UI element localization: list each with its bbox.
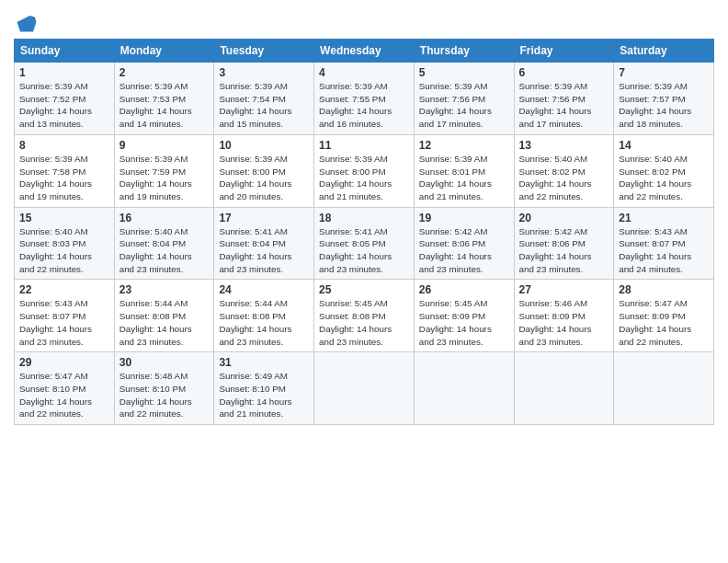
calendar-cell: 27Sunrise: 5:46 AM Sunset: 8:09 PM Dayli… <box>514 280 614 352</box>
day-detail: Sunrise: 5:47 AM Sunset: 8:10 PM Dayligh… <box>19 370 109 420</box>
day-number: 4 <box>319 66 409 79</box>
day-number: 18 <box>319 212 409 224</box>
day-number: 17 <box>219 212 309 224</box>
calendar-cell: 8Sunrise: 5:39 AM Sunset: 7:58 PM Daylig… <box>15 134 115 207</box>
calendar-cell: 7Sunrise: 5:39 AM Sunset: 7:57 PM Daylig… <box>614 63 714 135</box>
day-detail: Sunrise: 5:39 AM Sunset: 7:52 PM Dayligh… <box>19 80 109 131</box>
day-detail: Sunrise: 5:49 AM Sunset: 8:10 PM Dayligh… <box>219 370 309 420</box>
day-number: 29 <box>19 356 109 369</box>
calendar-cell: 30Sunrise: 5:48 AM Sunset: 8:10 PM Dayli… <box>114 352 214 425</box>
column-header-tuesday: Tuesday <box>214 40 314 63</box>
day-detail: Sunrise: 5:42 AM Sunset: 8:06 PM Dayligh… <box>519 225 609 276</box>
day-number: 1 <box>19 66 109 79</box>
day-detail: Sunrise: 5:39 AM Sunset: 7:53 PM Dayligh… <box>119 80 210 131</box>
calendar-cell <box>414 352 514 425</box>
day-detail: Sunrise: 5:40 AM Sunset: 8:03 PM Dayligh… <box>19 225 109 276</box>
day-detail: Sunrise: 5:46 AM Sunset: 8:09 PM Dayligh… <box>519 297 609 348</box>
day-detail: Sunrise: 5:39 AM Sunset: 8:00 PM Dayligh… <box>319 153 409 203</box>
calendar-cell <box>614 352 714 425</box>
calendar-cell: 16Sunrise: 5:40 AM Sunset: 8:04 PM Dayli… <box>114 207 214 280</box>
day-number: 3 <box>219 66 309 79</box>
calendar-cell: 31Sunrise: 5:49 AM Sunset: 8:10 PM Dayli… <box>214 352 314 425</box>
day-number: 2 <box>119 66 210 79</box>
calendar-cell: 4Sunrise: 5:39 AM Sunset: 7:55 PM Daylig… <box>314 63 415 135</box>
day-detail: Sunrise: 5:43 AM Sunset: 8:07 PM Dayligh… <box>619 225 709 276</box>
day-number: 24 <box>219 283 309 296</box>
day-number: 8 <box>19 139 109 152</box>
day-number: 31 <box>219 356 309 369</box>
day-detail: Sunrise: 5:40 AM Sunset: 8:04 PM Dayligh… <box>119 225 210 276</box>
day-number: 13 <box>519 139 609 152</box>
calendar-cell: 28Sunrise: 5:47 AM Sunset: 8:09 PM Dayli… <box>614 280 714 352</box>
day-number: 26 <box>419 283 509 296</box>
calendar-table: SundayMondayTuesdayWednesdayThursdayFrid… <box>14 39 714 425</box>
day-detail: Sunrise: 5:45 AM Sunset: 8:08 PM Dayligh… <box>319 297 409 348</box>
day-detail: Sunrise: 5:39 AM Sunset: 8:00 PM Dayligh… <box>219 153 309 203</box>
day-number: 21 <box>619 212 709 224</box>
calendar-cell <box>514 352 614 425</box>
column-header-friday: Friday <box>514 40 614 63</box>
column-header-wednesday: Wednesday <box>314 40 415 63</box>
day-number: 14 <box>619 139 709 152</box>
column-header-monday: Monday <box>114 40 214 63</box>
day-detail: Sunrise: 5:48 AM Sunset: 8:10 PM Dayligh… <box>119 370 210 420</box>
calendar-cell: 3Sunrise: 5:39 AM Sunset: 7:54 PM Daylig… <box>214 63 314 135</box>
calendar-cell: 6Sunrise: 5:39 AM Sunset: 7:56 PM Daylig… <box>514 63 614 135</box>
day-number: 25 <box>319 283 409 296</box>
calendar-cell <box>314 352 415 425</box>
day-detail: Sunrise: 5:39 AM Sunset: 7:59 PM Dayligh… <box>119 153 210 203</box>
calendar-cell: 17Sunrise: 5:41 AM Sunset: 8:04 PM Dayli… <box>214 207 314 280</box>
calendar-cell: 12Sunrise: 5:39 AM Sunset: 8:01 PM Dayli… <box>414 134 514 207</box>
calendar-cell: 9Sunrise: 5:39 AM Sunset: 7:59 PM Daylig… <box>114 134 214 207</box>
day-number: 20 <box>519 212 609 224</box>
calendar-cell: 19Sunrise: 5:42 AM Sunset: 8:06 PM Dayli… <box>414 207 514 280</box>
column-header-sunday: Sunday <box>15 40 115 63</box>
day-number: 7 <box>619 66 709 79</box>
day-number: 23 <box>119 283 210 296</box>
calendar-cell: 10Sunrise: 5:39 AM Sunset: 8:00 PM Dayli… <box>214 134 314 207</box>
day-detail: Sunrise: 5:43 AM Sunset: 8:07 PM Dayligh… <box>19 297 109 348</box>
day-detail: Sunrise: 5:41 AM Sunset: 8:05 PM Dayligh… <box>319 225 409 276</box>
day-detail: Sunrise: 5:40 AM Sunset: 8:02 PM Dayligh… <box>519 153 609 203</box>
calendar-cell: 20Sunrise: 5:42 AM Sunset: 8:06 PM Dayli… <box>514 207 614 280</box>
calendar-cell: 14Sunrise: 5:40 AM Sunset: 8:02 PM Dayli… <box>614 134 714 207</box>
day-number: 15 <box>19 212 109 224</box>
day-number: 27 <box>519 283 609 296</box>
day-detail: Sunrise: 5:39 AM Sunset: 7:54 PM Dayligh… <box>219 80 309 131</box>
day-number: 19 <box>419 212 509 224</box>
day-detail: Sunrise: 5:39 AM Sunset: 8:01 PM Dayligh… <box>419 153 509 203</box>
day-detail: Sunrise: 5:39 AM Sunset: 7:56 PM Dayligh… <box>419 80 509 131</box>
calendar-cell: 24Sunrise: 5:44 AM Sunset: 8:08 PM Dayli… <box>214 280 314 352</box>
day-number: 10 <box>219 139 309 152</box>
day-number: 16 <box>119 212 210 224</box>
calendar-cell: 5Sunrise: 5:39 AM Sunset: 7:56 PM Daylig… <box>414 63 514 135</box>
column-header-thursday: Thursday <box>414 40 514 63</box>
calendar-cell: 23Sunrise: 5:44 AM Sunset: 8:08 PM Dayli… <box>114 280 214 352</box>
calendar-cell: 22Sunrise: 5:43 AM Sunset: 8:07 PM Dayli… <box>15 280 115 352</box>
logo <box>14 9 43 35</box>
calendar-cell: 11Sunrise: 5:39 AM Sunset: 8:00 PM Dayli… <box>314 134 415 207</box>
day-detail: Sunrise: 5:39 AM Sunset: 7:57 PM Dayligh… <box>619 80 709 131</box>
day-number: 12 <box>419 139 509 152</box>
day-number: 30 <box>119 356 210 369</box>
calendar-cell: 18Sunrise: 5:41 AM Sunset: 8:05 PM Dayli… <box>314 207 415 280</box>
day-number: 6 <box>519 66 609 79</box>
calendar-cell: 29Sunrise: 5:47 AM Sunset: 8:10 PM Dayli… <box>15 352 115 425</box>
logo-icon <box>14 9 40 35</box>
calendar-cell: 13Sunrise: 5:40 AM Sunset: 8:02 PM Dayli… <box>514 134 614 207</box>
day-number: 11 <box>319 139 409 152</box>
day-detail: Sunrise: 5:39 AM Sunset: 7:55 PM Dayligh… <box>319 80 409 131</box>
calendar-cell: 15Sunrise: 5:40 AM Sunset: 8:03 PM Dayli… <box>15 207 115 280</box>
day-detail: Sunrise: 5:40 AM Sunset: 8:02 PM Dayligh… <box>619 153 709 203</box>
day-number: 9 <box>119 139 210 152</box>
day-detail: Sunrise: 5:47 AM Sunset: 8:09 PM Dayligh… <box>619 297 709 348</box>
column-header-saturday: Saturday <box>614 40 714 63</box>
day-detail: Sunrise: 5:39 AM Sunset: 7:56 PM Dayligh… <box>519 80 609 131</box>
day-number: 22 <box>19 283 109 296</box>
day-detail: Sunrise: 5:42 AM Sunset: 8:06 PM Dayligh… <box>419 225 509 276</box>
day-detail: Sunrise: 5:39 AM Sunset: 7:58 PM Dayligh… <box>19 153 109 203</box>
calendar-cell: 1Sunrise: 5:39 AM Sunset: 7:52 PM Daylig… <box>15 63 115 135</box>
calendar-cell: 25Sunrise: 5:45 AM Sunset: 8:08 PM Dayli… <box>314 280 415 352</box>
day-detail: Sunrise: 5:44 AM Sunset: 8:08 PM Dayligh… <box>219 297 309 348</box>
day-detail: Sunrise: 5:45 AM Sunset: 8:09 PM Dayligh… <box>419 297 509 348</box>
